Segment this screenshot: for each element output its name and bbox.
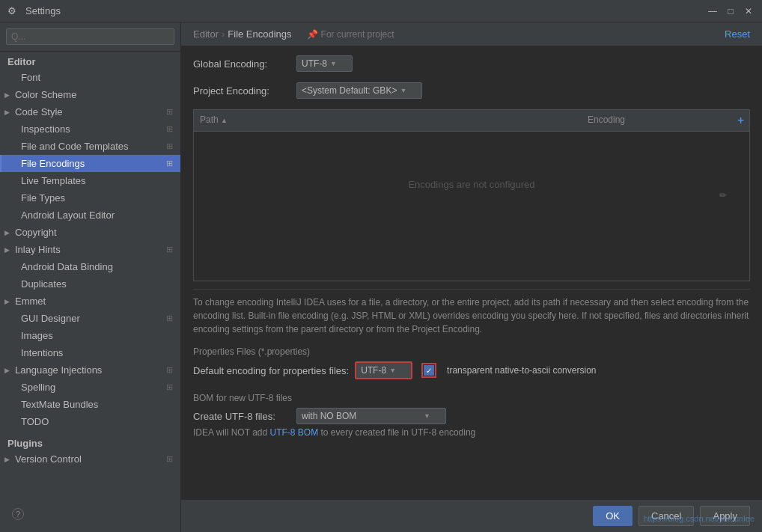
- sidebar-item-gui-designer[interactable]: GUI Designer ⊞: [0, 310, 180, 327]
- breadcrumb-project-note: 📌 For current project: [307, 29, 394, 40]
- reset-button[interactable]: Reset: [725, 28, 750, 40]
- bom-note-end: to every created file in UTF-8 encoding: [321, 427, 476, 438]
- settings-icon: ⊞: [166, 382, 173, 392]
- global-encoding-dropdown[interactable]: UTF-8 ▼: [296, 55, 353, 72]
- settings-icon: ⊞: [166, 314, 173, 323]
- content-body: Global Encoding: UTF-8 ▼ Project Encodin…: [181, 46, 762, 499]
- sidebar-item-copyright[interactable]: ▶ Copyright: [0, 224, 180, 241]
- add-encoding-button[interactable]: +: [731, 113, 749, 128]
- transparent-conversion-checkbox[interactable]: ✓: [421, 363, 436, 378]
- expand-arrow-icon: ▶: [4, 298, 12, 305]
- cancel-button[interactable]: Cancel: [638, 506, 694, 526]
- bom-section: BOM for new UTF-8 files Create UTF-8 fil…: [193, 390, 750, 438]
- sidebar-item-file-encodings[interactable]: File Encodings ⊞: [0, 155, 180, 172]
- sidebar: Editor Font ▶ Color Scheme ▶ Code Style …: [0, 22, 181, 532]
- expand-arrow-icon: ▶: [4, 108, 12, 116]
- settings-icon: ⊞: [166, 141, 173, 151]
- table-header: Path ▲ Encoding +: [194, 110, 749, 132]
- sidebar-content: Editor Font ▶ Color Scheme ▶ Code Style …: [0, 52, 180, 511]
- global-encoding-row: Global Encoding: UTF-8 ▼: [193, 55, 750, 72]
- transparent-conversion-label: transparent native-to-ascii conversion: [447, 365, 596, 376]
- breadcrumb-parent: Editor: [193, 28, 219, 40]
- minimize-button[interactable]: —: [707, 5, 719, 17]
- dropdown-arrow-icon: ▼: [389, 367, 396, 374]
- sidebar-section-plugins: Plugins: [0, 433, 180, 450]
- settings-icon: ⊞: [166, 454, 173, 464]
- bom-note: IDEA will NOT add UTF-8 BOM to every cre…: [193, 427, 750, 438]
- default-encoding-row: Default encoding for properties files: U…: [193, 361, 750, 379]
- encoding-table: Path ▲ Encoding + Encodings are not conf…: [193, 109, 750, 281]
- project-encoding-row: Project Encoding: <System Default: GBK> …: [193, 82, 750, 99]
- sidebar-item-version-control[interactable]: ▶ Version Control ⊞: [0, 450, 180, 468]
- dropdown-arrow-icon: ▼: [400, 87, 406, 94]
- title-bar: ⚙ Settings — □ ✕: [0, 0, 762, 22]
- bom-section-title: BOM for new UTF-8 files: [193, 393, 750, 403]
- maximize-button[interactable]: □: [725, 5, 737, 17]
- sidebar-item-color-scheme[interactable]: ▶ Color Scheme: [0, 86, 180, 103]
- breadcrumb-bar: Editor › File Encodings 📌 For current pr…: [181, 22, 762, 46]
- settings-icon: ⊞: [166, 159, 173, 168]
- sidebar-item-spelling[interactable]: Spelling ⊞: [0, 379, 180, 396]
- properties-encoding-dropdown[interactable]: UTF-8 ▼: [355, 361, 412, 379]
- table-body-empty: Encodings are not configured: [194, 132, 749, 236]
- sidebar-item-images[interactable]: Images: [0, 327, 180, 344]
- expand-arrow-icon: ▶: [4, 246, 12, 254]
- properties-encoding-value: UTF-8: [361, 365, 386, 376]
- apply-button[interactable]: Apply: [700, 506, 750, 526]
- breadcrumb-project-text: For current project: [321, 29, 394, 40]
- expand-arrow-icon: ▶: [4, 456, 12, 463]
- project-encoding-dropdown[interactable]: <System Default: GBK> ▼: [296, 82, 422, 99]
- bottom-bar: OK Cancel Apply: [181, 499, 762, 532]
- checkbox-check-icon: ✓: [424, 365, 434, 376]
- dropdown-arrow-icon: ▼: [424, 412, 430, 420]
- sidebar-item-file-code-templates[interactable]: File and Code Templates ⊞: [0, 138, 180, 155]
- pin-icon: 📌: [307, 29, 318, 40]
- properties-section: Properties Files (*.properties) Default …: [193, 343, 750, 382]
- sort-icon: ▲: [221, 117, 228, 124]
- path-col-label: Path: [200, 114, 219, 125]
- sidebar-item-language-injections[interactable]: ▶ Language Injections ⊞: [0, 361, 180, 379]
- sidebar-item-font[interactable]: Font: [0, 69, 180, 86]
- close-button[interactable]: ✕: [743, 5, 755, 17]
- sidebar-item-inlay-hints[interactable]: ▶ Inlay Hints ⊞: [0, 241, 180, 258]
- sidebar-item-file-types[interactable]: File Types: [0, 189, 180, 207]
- project-encoding-value: <System Default: GBK>: [302, 85, 397, 96]
- expand-arrow-icon: ▶: [4, 367, 12, 374]
- table-col-encoding: Encoding: [582, 113, 731, 128]
- expand-arrow-icon: ▶: [4, 229, 12, 236]
- empty-table-text: Encodings are not configured: [408, 179, 534, 190]
- create-utf8-dropdown[interactable]: with NO BOM ▼: [296, 408, 446, 424]
- edit-icon: ✏: [719, 190, 727, 201]
- search-box: [0, 22, 180, 52]
- sidebar-item-live-templates[interactable]: Live Templates: [0, 172, 180, 189]
- create-utf8-value: with NO BOM: [302, 411, 356, 421]
- window-title: Settings: [25, 5, 707, 16]
- global-encoding-value: UTF-8: [302, 58, 327, 69]
- settings-icon: ⊞: [166, 365, 173, 375]
- help-button[interactable]: ?: [12, 508, 24, 520]
- content-area: Editor › File Encodings 📌 For current pr…: [181, 22, 762, 532]
- info-text: To change encoding IntelliJ IDEA uses fo…: [193, 289, 750, 336]
- ok-button[interactable]: OK: [593, 506, 633, 526]
- bom-note-link[interactable]: UTF-8 BOM: [270, 427, 319, 438]
- project-encoding-label: Project Encoding:: [193, 85, 290, 97]
- settings-icon: ⊞: [166, 245, 173, 254]
- sidebar-item-duplicates[interactable]: Duplicates: [0, 275, 180, 293]
- global-encoding-label: Global Encoding:: [193, 58, 290, 70]
- settings-icon: ⊞: [166, 107, 173, 117]
- sidebar-item-inspections[interactable]: Inspections ⊞: [0, 120, 180, 138]
- search-input[interactable]: [6, 28, 174, 45]
- sidebar-item-emmet[interactable]: ▶ Emmet: [0, 293, 180, 310]
- sidebar-item-android-data-binding[interactable]: Android Data Binding: [0, 258, 180, 275]
- settings-icon: ⊞: [166, 124, 173, 134]
- main-layout: Editor Font ▶ Color Scheme ▶ Code Style …: [0, 22, 762, 532]
- sidebar-section-editor: Editor: [0, 52, 180, 69]
- sidebar-item-code-style[interactable]: ▶ Code Style ⊞: [0, 103, 180, 120]
- sidebar-item-todo[interactable]: TODO: [0, 413, 180, 430]
- sidebar-item-intentions[interactable]: Intentions: [0, 344, 180, 361]
- sidebar-item-android-layout-editor[interactable]: Android Layout Editor: [0, 207, 180, 224]
- default-encoding-label: Default encoding for properties files:: [193, 365, 349, 376]
- sidebar-item-textmate-bundles[interactable]: TextMate Bundles: [0, 396, 180, 413]
- app-icon: ⚙: [7, 5, 19, 17]
- window-controls: — □ ✕: [707, 5, 755, 17]
